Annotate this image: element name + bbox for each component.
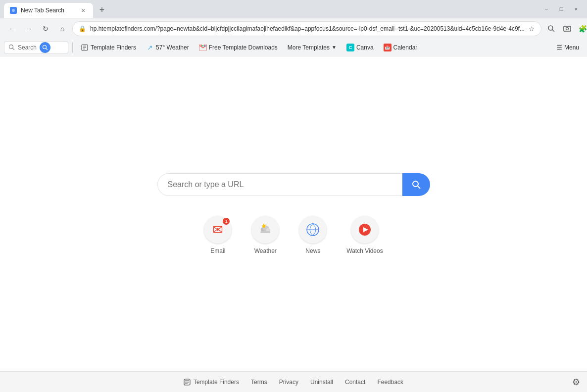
main-search-icon	[411, 180, 421, 190]
dropdown-arrow-icon: ▼	[332, 45, 337, 50]
canva-icon: C	[346, 44, 354, 51]
close-button[interactable]: ×	[569, 2, 583, 16]
free-templates-label: Free Template Downloads	[209, 44, 278, 51]
minimize-button[interactable]: −	[539, 2, 553, 16]
chrome-frame: New Tab Search ✕ + − □ × ← → ↻ ⌂ 🔒 hp.ht…	[0, 0, 587, 56]
url-text: hp.htemplatefinders.com/?page=newtab&cid…	[90, 25, 525, 32]
back-button[interactable]: ←	[5, 22, 19, 36]
quick-link-weather[interactable]: Weather	[251, 216, 279, 254]
email-label: Email	[210, 247, 225, 254]
nav-extras: 🧩 👤 ⋮	[544, 22, 587, 36]
tab-strip: New Tab Search ✕ +	[4, 0, 539, 18]
main-content: ✉ 1 Email Weather	[0, 56, 587, 371]
toolbar-free-templates[interactable]: Free Template Downloads	[195, 43, 282, 52]
canva-label: Canva	[356, 44, 374, 51]
toolbar-search-icon	[8, 44, 15, 50]
svg-point-23	[262, 225, 265, 228]
svg-point-8	[43, 45, 47, 49]
tab-close-button[interactable]: ✕	[79, 6, 87, 14]
nav-bar: ← → ↻ ⌂ 🔒 hp.htemplatefinders.com/?page=…	[0, 18, 587, 39]
lock-icon: 🔒	[79, 25, 86, 32]
footer-feedback-link[interactable]: Feedback	[377, 379, 403, 386]
toolbar-search-label: Search	[18, 44, 37, 51]
tab-favicon	[10, 7, 17, 14]
svg-line-18	[418, 186, 420, 189]
svg-point-1	[12, 9, 15, 12]
toolbar-more-templates[interactable]: More Templates ▼	[284, 43, 341, 52]
toolbar-template-finders[interactable]: Template Finders	[77, 43, 140, 52]
svg-point-17	[413, 181, 418, 187]
main-search-input[interactable]	[157, 173, 402, 196]
browser-tab[interactable]: New Tab Search ✕	[4, 3, 93, 18]
svg-rect-4	[564, 26, 571, 31]
svg-point-6	[9, 45, 13, 49]
new-tab-button[interactable]: +	[95, 3, 109, 17]
search-lens-button[interactable]	[544, 22, 558, 36]
main-search-button[interactable]	[402, 173, 430, 196]
videos-label: Watch Videos	[346, 247, 383, 254]
svg-point-2	[548, 26, 553, 30]
news-quick-icon	[299, 216, 327, 244]
footer-contact-link[interactable]: Contact	[345, 379, 365, 386]
maximize-button[interactable]: □	[554, 2, 568, 16]
toolbar-calendar[interactable]: 📅 Calendar	[380, 43, 422, 52]
news-label: News	[305, 247, 320, 254]
free-templates-icon	[199, 44, 207, 51]
footer-terms-link[interactable]: Terms	[251, 379, 267, 386]
svg-rect-15	[204, 45, 206, 47]
search-container	[157, 173, 430, 196]
title-bar: New Tab Search ✕ + − □ ×	[0, 0, 587, 18]
template-finders-label: Template Finders	[91, 44, 136, 51]
quick-links: ✉ 1 Email Weather	[204, 216, 383, 254]
window-controls: − □ ×	[539, 2, 583, 16]
forward-button[interactable]: →	[22, 22, 36, 36]
videos-quick-icon	[351, 216, 379, 244]
weather-quick-icon	[251, 216, 279, 244]
toolbar-search[interactable]: Search	[4, 41, 68, 54]
email-badge: 1	[223, 218, 230, 225]
svg-line-9	[46, 48, 48, 50]
footer-template-finders-link[interactable]: Template Finders	[194, 379, 239, 386]
weather-label: 57° Weather	[156, 44, 189, 51]
footer-privacy-link[interactable]: Privacy	[279, 379, 298, 386]
svg-line-3	[552, 30, 554, 32]
toolbar-search-button[interactable]	[40, 42, 50, 53]
toolbar-weather[interactable]: ↗ 57° Weather	[142, 43, 193, 52]
footer: Template Finders Terms Privacy Uninstall…	[0, 371, 587, 392]
quick-link-news[interactable]: News	[299, 216, 327, 254]
quick-link-videos[interactable]: Watch Videos	[346, 216, 383, 254]
calendar-icon: 📅	[384, 44, 391, 51]
svg-point-5	[566, 27, 568, 30]
tab-title: New Tab Search	[21, 7, 75, 14]
toolbar-canva[interactable]: C Canva	[342, 43, 378, 52]
svg-rect-14	[199, 45, 201, 47]
quick-link-email[interactable]: ✉ 1 Email	[204, 216, 232, 254]
weather-icon: ↗	[146, 44, 154, 51]
email-quick-icon: ✉ 1	[204, 216, 232, 244]
bookmark-star-icon[interactable]: ☆	[529, 25, 535, 33]
footer-logo-icon	[184, 379, 191, 386]
svg-line-25	[266, 225, 267, 226]
home-button[interactable]: ⌂	[55, 22, 69, 36]
screenshot-button[interactable]	[560, 22, 574, 36]
svg-rect-22	[260, 231, 270, 233]
more-templates-label: More Templates	[288, 44, 330, 51]
address-bar[interactable]: 🔒 hp.htemplatefinders.com/?page=newtab&c…	[72, 21, 541, 36]
calendar-label: Calendar	[393, 44, 418, 51]
reload-button[interactable]: ↻	[39, 22, 52, 36]
toolbar-divider	[72, 43, 73, 52]
menu-button[interactable]: ☰ Menu	[553, 43, 583, 52]
toolbar: Search Template Finders ↗ 57° Weather	[0, 39, 587, 56]
weather-label: Weather	[254, 247, 277, 254]
footer-uninstall-link[interactable]: Uninstall	[310, 379, 333, 386]
extensions-button[interactable]: 🧩	[576, 22, 587, 36]
footer-logo[interactable]: Template Finders	[184, 379, 239, 386]
menu-label: Menu	[564, 44, 579, 51]
settings-gear-icon[interactable]: ⚙	[572, 377, 580, 388]
svg-rect-16	[201, 45, 203, 47]
template-finders-icon	[81, 44, 89, 51]
svg-line-7	[13, 49, 15, 50]
menu-icon: ☰	[557, 44, 562, 51]
